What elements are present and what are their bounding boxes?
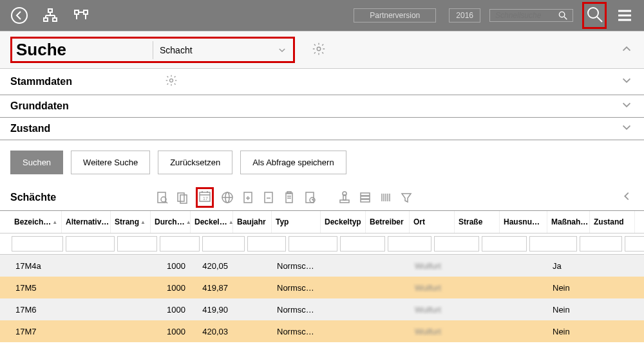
svg-rect-47 <box>361 196 370 199</box>
section-grunddaten[interactable]: Grunddaten <box>0 95 644 118</box>
table-body: 17M4a1000420,05Normsc…WulfurtJa17M510004… <box>0 255 644 342</box>
network-icon[interactable] <box>41 6 59 24</box>
calendar-button[interactable]: 17 <box>196 187 214 208</box>
results-title: Schächte <box>10 192 155 203</box>
stamp-icon[interactable] <box>337 190 352 205</box>
filter-deckel[interactable] <box>202 236 245 252</box>
svg-rect-46 <box>361 193 370 196</box>
svg-rect-20 <box>178 193 184 201</box>
save-query-button[interactable]: Als Abfrage speichern <box>240 151 346 174</box>
col-baujahr[interactable]: Baujahr <box>233 211 272 233</box>
svg-marker-54 <box>402 194 411 202</box>
svg-point-15 <box>317 47 321 51</box>
col-strasse[interactable]: Straße <box>455 211 500 233</box>
col-deckel[interactable]: Deckel…▲ <box>191 211 233 233</box>
filter-typ[interactable] <box>289 236 337 252</box>
svg-point-0 <box>12 8 27 23</box>
search-button[interactable]: Suchen <box>10 151 63 174</box>
svg-rect-48 <box>361 199 370 202</box>
reset-button[interactable]: Zurücksetzen <box>158 151 232 174</box>
svg-point-16 <box>170 79 173 82</box>
col-bezeichnung[interactable]: Bezeich…▲ <box>10 211 62 233</box>
chevron-down-icon <box>621 99 632 113</box>
col-alternativ[interactable]: Alternativ…▲ <box>62 211 111 233</box>
section-stammdaten[interactable]: Stammdaten <box>0 69 644 95</box>
table-row[interactable]: 17M61000419,90Normsc…WulfurtNein <box>0 298 644 320</box>
filter-deckeltyp[interactable] <box>340 236 385 252</box>
search-settings-button[interactable] <box>312 42 326 59</box>
collapse-search-icon[interactable] <box>621 43 632 57</box>
section-title-zustand: Zustand <box>10 123 165 134</box>
search-panel: Suche Schacht Stammdaten Grunddaten Zust… <box>0 31 644 185</box>
action-buttons: Suchen Weitere Suche Zurücksetzen Als Ab… <box>0 140 644 185</box>
svg-rect-21 <box>180 195 187 203</box>
chevron-down-icon <box>621 122 632 136</box>
more-search-button[interactable]: Weitere Suche <box>71 151 150 174</box>
add-doc-icon[interactable] <box>241 190 255 205</box>
search-type-select[interactable]: Schacht <box>153 41 293 59</box>
preview-icon[interactable] <box>155 190 169 205</box>
section-title-grunddaten: Grunddaten <box>10 100 165 112</box>
globe-icon[interactable] <box>220 190 234 205</box>
svg-point-10 <box>588 8 598 18</box>
year-badge[interactable]: 2016 <box>449 8 480 23</box>
app-header: Partnerversion 2016 <box>0 0 644 31</box>
col-zustand[interactable]: Zustand <box>590 211 635 233</box>
stammdaten-settings-icon[interactable] <box>165 74 178 89</box>
collapse-results-icon[interactable] <box>621 190 632 205</box>
barcode-icon[interactable] <box>379 190 393 205</box>
pipe-icon[interactable] <box>72 6 90 24</box>
col-strang[interactable]: Strang▲ <box>111 211 151 233</box>
svg-rect-1 <box>48 9 52 12</box>
global-search-button[interactable] <box>582 2 607 29</box>
doc-time-icon[interactable] <box>303 190 317 205</box>
svg-rect-2 <box>44 18 48 21</box>
results-toolbar: 17 <box>155 187 413 208</box>
remove-doc-icon[interactable] <box>261 190 276 205</box>
svg-line-11 <box>597 17 602 22</box>
svg-rect-33 <box>265 192 272 203</box>
filter-durch[interactable] <box>160 236 200 252</box>
filter-strang[interactable] <box>117 236 157 252</box>
svg-point-8 <box>559 12 564 17</box>
chevron-down-icon <box>621 75 632 89</box>
search-header: Suche Schacht <box>0 32 644 69</box>
search-title-group: Suche Schacht <box>10 37 295 63</box>
filter-hausnummer[interactable] <box>529 236 577 252</box>
copy-icon[interactable] <box>175 190 189 205</box>
filter-zustand[interactable] <box>625 236 644 252</box>
col-typ[interactable]: Typ <box>272 211 321 233</box>
version-badge[interactable]: Partnerversion <box>354 8 436 23</box>
filter-ort[interactable] <box>434 236 479 252</box>
menu-button[interactable] <box>616 6 634 24</box>
col-deckeltyp[interactable]: Deckeltyp <box>321 211 366 233</box>
results-header: Schächte 17 <box>0 185 644 211</box>
table-row[interactable]: 17M51000419,87Normsc…WulfurtNein <box>0 277 644 298</box>
section-zustand[interactable]: Zustand <box>0 118 644 140</box>
rows-icon[interactable] <box>358 190 372 205</box>
filter-baujahr[interactable] <box>247 236 286 252</box>
quicksearch-input[interactable] <box>495 11 553 20</box>
col-massnahme[interactable]: Maßnah… <box>547 211 590 233</box>
filter-strasse[interactable] <box>482 236 527 252</box>
filter-betreiber[interactable] <box>388 236 431 252</box>
col-hausnummer[interactable]: Hausnu… <box>500 211 547 233</box>
col-betreiber[interactable]: Betreiber <box>366 211 410 233</box>
back-button[interactable] <box>10 6 28 24</box>
search-title: Suche <box>12 39 153 61</box>
table-row[interactable]: 17M71000420,03Normsc…WulfurtNein <box>0 320 644 342</box>
quicksearch-field[interactable] <box>489 9 573 22</box>
filter-icon[interactable] <box>399 190 413 205</box>
table-row[interactable]: 17M4a1000420,05Normsc…WulfurtJa <box>0 255 644 277</box>
svg-rect-3 <box>53 18 57 21</box>
filter-row <box>0 233 644 255</box>
filter-alternativ[interactable] <box>66 236 115 252</box>
filter-bezeichnung[interactable] <box>12 236 63 252</box>
col-durch[interactable]: Durch…▲ <box>151 211 191 233</box>
svg-text:17: 17 <box>203 196 208 201</box>
section-title-stammdaten: Stammdaten <box>10 76 165 87</box>
filter-massnahme[interactable] <box>580 236 622 252</box>
col-ort[interactable]: Ort <box>410 211 455 233</box>
table-header: Bezeich…▲ Alternativ…▲ Strang▲ Durch…▲ D… <box>0 211 644 233</box>
clipboard-icon[interactable] <box>282 190 296 205</box>
